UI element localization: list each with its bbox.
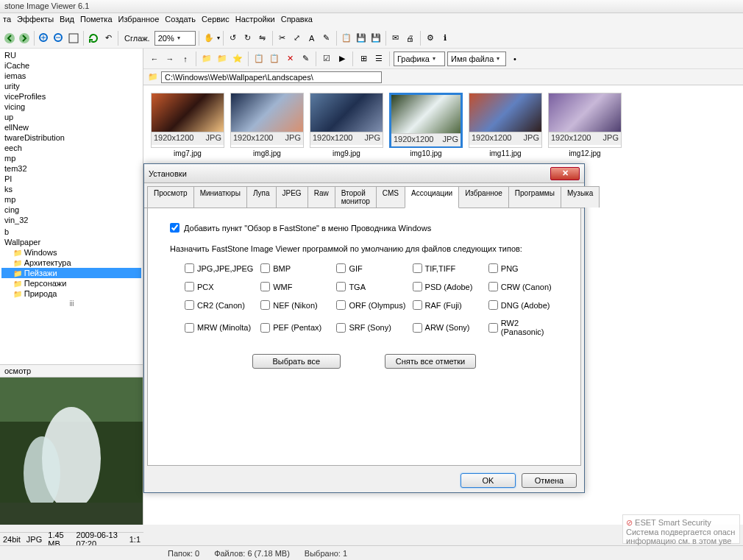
tree-item[interactable]: mp bbox=[1, 153, 141, 163]
tree-item[interactable]: RU bbox=[1, 50, 141, 60]
assoc-ORF[interactable]: ORF (Olympus) bbox=[336, 300, 406, 310]
sort-dropdown[interactable]: Имя файла bbox=[447, 52, 506, 66]
tree-item[interactable]: iemas bbox=[1, 71, 141, 81]
move-to-icon[interactable]: 📋 bbox=[268, 52, 281, 65]
rotate-left-icon[interactable]: ↺ bbox=[227, 32, 240, 45]
assoc-GIF[interactable]: GIF bbox=[336, 263, 406, 273]
slideshow-icon[interactable]: ▶ bbox=[335, 52, 349, 65]
nav-up-icon[interactable]: ↑ bbox=[179, 52, 192, 65]
copy-icon[interactable]: 📋 bbox=[340, 32, 353, 45]
save-as-icon[interactable]: 💾 bbox=[369, 32, 383, 45]
assoc-PNG[interactable]: PNG bbox=[488, 263, 558, 273]
thumbnail[interactable]: 1920x1200JPGimg11.jpg bbox=[469, 93, 542, 159]
tree-item[interactable]: viceProfiles bbox=[1, 91, 141, 102]
info-icon[interactable]: ℹ bbox=[438, 32, 452, 45]
flip-h-icon[interactable]: ⇋ bbox=[256, 32, 269, 45]
menu-Создать[interactable]: Создать bbox=[165, 15, 196, 26]
assoc-PEF[interactable]: PEF (Pentax) bbox=[260, 319, 330, 336]
sort-dir-icon[interactable]: • bbox=[508, 52, 522, 65]
assoc-SRF[interactable]: SRF (Sony) bbox=[336, 319, 406, 336]
tree-item[interactable]: b bbox=[1, 227, 141, 237]
select-all-icon[interactable]: ☑ bbox=[320, 52, 333, 65]
new-folder-icon[interactable]: 📁 bbox=[216, 52, 229, 65]
assoc-BMP[interactable]: BMP bbox=[260, 263, 330, 273]
thumbnail[interactable]: 1920x1200JPGimg8.jpg bbox=[230, 93, 304, 159]
tree-item[interactable]: ks bbox=[1, 184, 141, 194]
thumbnail[interactable]: 1920x1200JPGimg12.jpg bbox=[548, 93, 622, 159]
settings-icon[interactable]: ⚙ bbox=[424, 32, 437, 45]
tree-item[interactable]: tem32 bbox=[1, 163, 141, 174]
assoc-PSD[interactable]: PSD (Adobe) bbox=[413, 282, 483, 291]
tree-item[interactable]: eech bbox=[1, 143, 141, 153]
tab-Программы[interactable]: Программы bbox=[508, 186, 561, 208]
assoc-JPG[interactable]: JPG,JPE,JPEG bbox=[185, 263, 255, 273]
view-thumbs-icon[interactable]: ⊞ bbox=[357, 52, 370, 65]
tab-Миниатюры[interactable]: Миниатюры bbox=[193, 186, 247, 208]
tree-item[interactable]: Пейзажи bbox=[1, 268, 141, 278]
tree-item[interactable]: twareDistribution bbox=[1, 132, 141, 143]
tree-item[interactable]: ellNew bbox=[1, 122, 141, 132]
draw-icon[interactable]: ✎ bbox=[320, 32, 333, 45]
nav-back-icon[interactable] bbox=[3, 32, 16, 45]
ok-button[interactable]: OK bbox=[461, 473, 516, 488]
tree-item[interactable]: vin_32 bbox=[1, 215, 141, 225]
tree-item[interactable]: Природа bbox=[1, 288, 141, 299]
menu-Избранное[interactable]: Избранное bbox=[118, 15, 160, 26]
assoc-ARW[interactable]: ARW (Sony) bbox=[413, 319, 483, 336]
tab-Избранное[interactable]: Избранное bbox=[458, 186, 509, 208]
rotate-right-icon[interactable]: ↻ bbox=[241, 32, 255, 45]
save-icon[interactable]: 💾 bbox=[355, 32, 368, 45]
tab-JPEG[interactable]: JPEG bbox=[276, 186, 308, 208]
zoom-in-icon[interactable] bbox=[38, 32, 51, 45]
copy-to-icon[interactable]: 📋 bbox=[252, 52, 266, 65]
explorer-checkbox-row[interactable]: Добавить пункт "Обзор в FastStone" в мен… bbox=[170, 223, 558, 233]
tree-item[interactable]: iCache bbox=[1, 60, 141, 71]
assoc-WMF[interactable]: WMF bbox=[260, 282, 330, 291]
tree-item[interactable]: Windows bbox=[1, 247, 141, 258]
assoc-TGA[interactable]: TGA bbox=[336, 282, 406, 291]
crop-icon[interactable]: ✂ bbox=[276, 32, 289, 45]
cancel-button[interactable]: Отмена bbox=[522, 473, 577, 488]
nav-back-icon[interactable]: ← bbox=[148, 52, 161, 65]
email-icon[interactable]: ✉ bbox=[389, 32, 402, 45]
assoc-CR2[interactable]: CR2 (Canon) bbox=[185, 300, 255, 310]
refresh-icon[interactable] bbox=[87, 32, 100, 45]
tree-item[interactable]: vicing bbox=[1, 102, 141, 112]
tree-item[interactable]: Архитектура bbox=[1, 258, 141, 268]
nav-fwd-icon[interactable]: → bbox=[163, 52, 177, 65]
tree-item[interactable]: cing bbox=[1, 205, 141, 215]
menu-Эффекты[interactable]: Эффекты bbox=[17, 15, 54, 26]
menu-Пометка[interactable]: Пометка bbox=[80, 15, 113, 26]
tab-Лупа[interactable]: Лупа bbox=[246, 186, 277, 208]
view-list-icon[interactable]: ☰ bbox=[372, 52, 385, 65]
assoc-MRW[interactable]: MRW (Minolta) bbox=[185, 319, 255, 336]
assoc-RW2[interactable]: RW2 (Panasonic) bbox=[488, 319, 558, 336]
undo-icon[interactable]: ↶ bbox=[102, 32, 115, 45]
tree-item[interactable]: mp bbox=[1, 194, 141, 205]
hand-tool-icon[interactable]: ✋ bbox=[202, 32, 216, 45]
tab-Ассоциации[interactable]: Ассоциации bbox=[405, 186, 459, 208]
zoom-out-icon[interactable] bbox=[52, 32, 65, 45]
fav-icon[interactable]: ⭐ bbox=[231, 52, 244, 65]
delete-icon[interactable]: ✕ bbox=[283, 52, 296, 65]
tab-Второй монитор[interactable]: Второй монитор bbox=[335, 186, 377, 208]
tab-Raw[interactable]: Raw bbox=[307, 186, 335, 208]
folder-icon[interactable]: 📁 bbox=[200, 52, 213, 65]
assoc-TIF[interactable]: TIF,TIFF bbox=[413, 263, 483, 273]
tree-item[interactable]: Персонажи bbox=[1, 278, 141, 288]
print-icon[interactable]: 🖨 bbox=[404, 32, 417, 45]
path-field[interactable]: C:\Windows\Web\Wallpaper\Landscapes\ bbox=[161, 71, 382, 83]
nav-fwd-icon[interactable] bbox=[18, 32, 31, 45]
tab-CMS[interactable]: CMS bbox=[376, 186, 405, 208]
close-button[interactable]: ✕ bbox=[550, 167, 580, 180]
zoom-fit-icon[interactable] bbox=[67, 32, 80, 45]
menu-Справка[interactable]: Справка bbox=[281, 15, 313, 26]
menu-Вид[interactable]: Вид bbox=[60, 15, 74, 26]
assoc-NEF[interactable]: NEF (Nikon) bbox=[260, 300, 330, 310]
menu-та[interactable]: та bbox=[3, 15, 11, 26]
tab-Музыка[interactable]: Музыка bbox=[561, 186, 600, 208]
thumbnail[interactable]: 1920x1200JPGimg9.jpg bbox=[310, 93, 383, 159]
folder-tree[interactable]: RUiCacheiemasurityviceProfilesvicingupel… bbox=[0, 49, 143, 365]
text-tool-icon[interactable]: A bbox=[305, 32, 319, 45]
tree-item[interactable]: Wallpaper bbox=[1, 237, 141, 247]
